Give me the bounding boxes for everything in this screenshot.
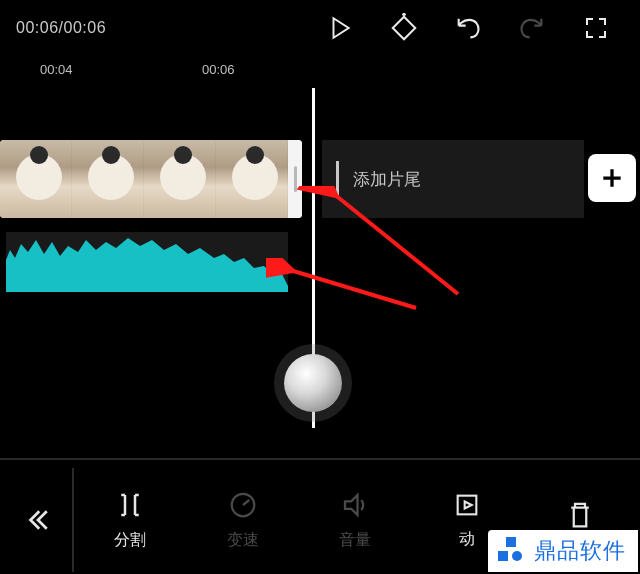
timeline-ruler[interactable]: 00:04 00:06 xyxy=(0,56,640,86)
add-clip-button[interactable] xyxy=(588,154,636,202)
undo-button[interactable] xyxy=(440,6,496,50)
timeline[interactable]: 添加片尾 xyxy=(0,86,640,458)
ruler-tick: 00:06 xyxy=(202,62,235,77)
tool-label: 动 xyxy=(459,529,475,550)
tool-volume[interactable]: 音量 xyxy=(299,466,411,574)
add-ending-block[interactable]: 添加片尾 xyxy=(322,140,584,218)
add-ending-label: 添加片尾 xyxy=(353,168,421,191)
watermark-text: 鼎品软件 xyxy=(534,536,626,566)
keyframe-button[interactable] xyxy=(376,6,432,50)
clip-handle-right[interactable] xyxy=(288,140,302,218)
clip-thumbnail xyxy=(216,140,288,218)
watermark-logo-icon xyxy=(498,537,526,565)
playhead-knob[interactable] xyxy=(284,354,342,412)
clip-thumbnail xyxy=(0,140,72,218)
clip-thumbnail xyxy=(144,140,216,218)
svg-line-1 xyxy=(290,270,416,308)
tool-label: 音量 xyxy=(339,530,371,551)
tool-split[interactable]: 分割 xyxy=(74,466,186,574)
topbar: 00:06/00:06 xyxy=(0,0,640,56)
play-button[interactable] xyxy=(312,6,368,50)
tool-speed[interactable]: 变速 xyxy=(186,466,298,574)
fullscreen-button[interactable] xyxy=(568,6,624,50)
clip-thumbnail xyxy=(72,140,144,218)
annotation-arrow xyxy=(266,258,426,318)
tool-label: 分割 xyxy=(114,530,146,551)
video-clip[interactable] xyxy=(0,140,302,218)
ending-bar-icon xyxy=(336,161,339,197)
tool-label: 变速 xyxy=(227,530,259,551)
back-button[interactable] xyxy=(4,468,74,572)
watermark: 鼎品软件 xyxy=(488,530,638,572)
timecode: 00:06/00:06 xyxy=(16,19,106,37)
ruler-tick: 00:04 xyxy=(40,62,73,77)
current-time: 00:06 xyxy=(16,19,59,36)
redo-button[interactable] xyxy=(504,6,560,50)
audio-track[interactable] xyxy=(6,232,288,292)
total-time: 00:06 xyxy=(64,19,107,36)
